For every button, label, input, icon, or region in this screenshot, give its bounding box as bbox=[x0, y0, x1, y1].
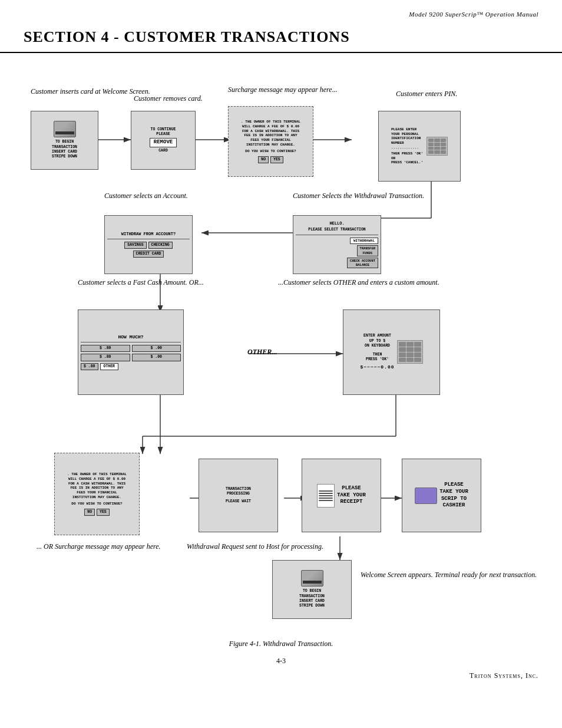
screen-amount: HOW MUCH? $ .80 $ .00 $ .80 $ .00 $ .80 … bbox=[78, 309, 184, 395]
screen-scrip: PLEASE TAKE YOUR SCRIP TO CASHIER bbox=[402, 459, 481, 532]
caption-other: OTHER... bbox=[247, 348, 277, 357]
page-header: Model 9200 SuperScrip™ Operation Manual bbox=[0, 0, 562, 18]
section-title: Section 4 - Customer Transactions bbox=[0, 18, 562, 53]
page-number: 4-3 bbox=[0, 654, 562, 668]
caption-surcharge: Surcharge message may appear here... bbox=[228, 85, 338, 95]
caption-processing: Withdrawal Request sent to Host for proc… bbox=[187, 542, 323, 552]
screen-welcome: TO BEGIN TRANSACTION INSERT CARD STRIPE … bbox=[31, 111, 98, 170]
screen-receipt: PLEASE TAKE YOUR RECEIPT bbox=[302, 459, 381, 532]
screen-surcharge2: . THE OWNER OF THIS TERMINAL WILL CHARGE… bbox=[54, 453, 140, 535]
screen-transaction: HELLO. PLEASE SELECT TRANSACTION WITHDRA… bbox=[293, 215, 381, 274]
caption-remove-card: Customer removes card. bbox=[134, 94, 203, 104]
screen-surcharge1: . THE OWNER OF THIS TERMINAL WILL CHARGE… bbox=[228, 106, 313, 177]
caption-insert-card: Customer inserts card at Welcome Screen. bbox=[31, 87, 150, 97]
caption-account: Customer selects an Account. bbox=[104, 192, 188, 201]
footer-company: Triton Systems, Inc. bbox=[0, 668, 562, 684]
caption-fast-cash: Customer selects a Fast Cash Amount. OR.… bbox=[78, 278, 204, 288]
screen-custom-amount: ENTER AMOUNT UP TO $ ON KEYBOARD THEN PR… bbox=[343, 309, 440, 395]
caption-surcharge2: ... OR Surcharge message may appear here… bbox=[37, 542, 161, 552]
caption-pin: Customer enters PIN. bbox=[396, 90, 457, 99]
caption-custom: ...Customer selects OTHER and enters a c… bbox=[278, 278, 439, 288]
screen-account: WITHDRAW FROM ACCOUNT? SAVINGS CHECKING … bbox=[104, 215, 193, 274]
caption-welcome-final: Welcome Screen appears. Terminal ready f… bbox=[361, 571, 537, 580]
caption-withdrawal: Customer Selects the Withdrawal Transact… bbox=[293, 192, 424, 201]
screen-processing: TRANSACTION PROCESSING PLEASE WAIT bbox=[199, 459, 278, 532]
screen-pin: PLEASE ENTER YOUR PERSONAL IDENTIFICATIO… bbox=[378, 111, 461, 182]
figure-caption: Figure 4-1. Withdrawal Transaction. bbox=[18, 640, 544, 648]
screen-remove-card: TO CONTINUE PLEASE REMOVE CARD bbox=[131, 111, 196, 170]
screen-welcome-final: TO BEGIN TRANSACTION INSERT CARD STRIPE … bbox=[272, 560, 352, 619]
